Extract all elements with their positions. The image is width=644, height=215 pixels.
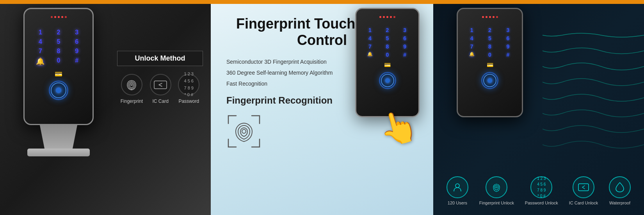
fingerprint-icon-circle: [121, 74, 142, 95]
pwd-unlock-icon-circle: 1 2 34 5 67 8 9* 0 #: [530, 176, 552, 198]
waterproof-icon-circle: [609, 176, 631, 198]
device-stand: [35, 125, 82, 149]
password-icon-circle: 1 2 34 5 67 8 9* 0 #: [178, 74, 199, 95]
key-2: 2: [51, 29, 67, 36]
device-middle-body: 1 2 3 4 5 6 7 8 9 🔔 0 # 💳: [355, 8, 420, 117]
icon-card-unlock: IC Card Unlock: [569, 176, 598, 205]
icon-waterproof: Waterproof: [609, 176, 631, 205]
panel-left: 1 2 3 4 5 6 7 8 9 🔔 0 # 💳: [0, 0, 211, 215]
password-label: Password: [178, 99, 199, 104]
device-keys-middle: 1 2 3 4 5 6 7 8 9 🔔 0 #: [356, 21, 418, 61]
fp-unlock-label: Fingerprint Unlock: [479, 201, 514, 205]
fingerprint-button-left: [49, 81, 68, 100]
key-1: 1: [32, 29, 48, 36]
led-m-2: [383, 16, 385, 18]
card-icon-left: 💳: [55, 70, 62, 78]
svg-rect-1: [154, 81, 167, 89]
unlock-info: Unlock Method: [117, 51, 203, 104]
led-dot-1: [51, 16, 53, 18]
icon-fp-unlock: Fingerprint Unlock: [479, 176, 514, 205]
fingerprint-label: Fingerprint: [121, 99, 143, 104]
ic-card-icon: [153, 79, 167, 90]
card-unlock-label: IC Card Unlock: [569, 201, 598, 205]
led-m-1: [379, 16, 381, 18]
key-9: 9: [69, 48, 85, 55]
key-7: 7: [32, 48, 48, 55]
device-right-body: 1 2 3 4 5 6 7 8 9 🔔 0 # 💳: [457, 8, 523, 117]
device-left: 1 2 3 4 5 6 7 8 9 🔔 0 # 💳: [20, 8, 98, 195]
icon-users: 120 Users: [447, 176, 468, 205]
fp-button-right: [481, 72, 498, 89]
led-dot-3: [58, 16, 60, 18]
fp-button-middle: [379, 72, 396, 89]
waterproof-label: Waterproof: [609, 201, 630, 205]
led-m-3: [386, 16, 388, 18]
keypad-grid-left: 1 2 3 4 5 6 7 8 9 🔔 0 #: [25, 21, 93, 70]
svg-point-0: [131, 84, 132, 86]
led-m-5: [393, 16, 395, 18]
password-icon: 1 2 34 5 67 8 9* 0 #: [184, 71, 193, 98]
key-3: 3: [69, 29, 85, 36]
wave-svg: [543, 16, 644, 180]
led-dot-4: [61, 16, 63, 18]
device-right-container: 1 2 3 4 5 6 7 8 9 🔔 0 # 💳: [457, 8, 523, 117]
key-8: 8: [51, 48, 67, 55]
unlock-methods: Fingerprint IC Card: [117, 74, 203, 104]
unlock-method-box: Unlock Method: [117, 51, 203, 66]
led-dot-2: [54, 16, 56, 18]
waterproof-icon: [615, 182, 624, 193]
device-body-left: 1 2 3 4 5 6 7 8 9 🔔 0 # 💳: [23, 8, 94, 125]
fingerprint-icon: [125, 79, 138, 91]
key-bell: 🔔: [32, 57, 48, 66]
pwd-unlock-icon: 1 2 34 5 67 8 9* 0 #: [537, 176, 546, 199]
unlock-method-title: Unlock Method: [135, 54, 185, 62]
key-5: 5: [51, 38, 67, 45]
method-password: 1 2 34 5 67 8 9* 0 # Password: [178, 74, 199, 104]
svg-point-2: [242, 129, 246, 133]
key-hash: #: [69, 57, 85, 66]
key-6: 6: [69, 38, 85, 45]
card-unlock-icon-circle: [573, 176, 594, 198]
device-middle: 1 2 3 4 5 6 7 8 9 🔔 0 # 💳: [355, 8, 422, 156]
fp-center: [56, 88, 61, 93]
method-fingerprint: Fingerprint: [121, 74, 143, 104]
users-label: 120 Users: [448, 201, 467, 205]
key-4: 4: [32, 38, 48, 45]
card-icon-middle: 💳: [384, 62, 391, 68]
card-unlock-icon: [578, 183, 589, 192]
method-card: IC Card: [150, 74, 171, 104]
led-m-4: [390, 16, 392, 18]
finger-container: 👆: [355, 117, 422, 156]
svg-point-3: [455, 184, 459, 188]
key-0: 0: [51, 57, 67, 66]
banner: 1 2 3 4 5 6 7 8 9 🔔 0 # 💳: [0, 0, 644, 215]
users-icon: [452, 182, 463, 193]
panel-middle: Fingerprint Touch Access Control Semicon…: [211, 0, 433, 215]
svg-rect-5: [578, 184, 589, 191]
top-accent-bar: [0, 0, 644, 4]
icon-pwd-unlock: 1 2 34 5 67 8 9* 0 # Password Unlock: [525, 176, 558, 205]
ic-card-label: IC Card: [153, 99, 169, 104]
fp-unlock-icon-circle: [486, 176, 507, 198]
device-keys-right: 1 2 3 4 5 6 7 8 9 🔔 0 #: [458, 21, 522, 61]
device-base: [27, 149, 90, 156]
led-dot-5: [65, 16, 67, 18]
fp-unlock-icon: [491, 182, 502, 193]
panel-right: 1 2 3 4 5 6 7 8 9 🔔 0 # 💳: [433, 0, 644, 215]
scan-lines-container: [543, 16, 644, 180]
pwd-unlock-label: Password Unlock: [525, 201, 558, 205]
fp-ring: [51, 82, 66, 98]
svg-point-4: [496, 186, 497, 188]
bottom-icons: 120 Users Fingerprint Unlock: [433, 176, 644, 205]
ic-card-icon-circle: [150, 74, 171, 95]
users-icon-circle: [447, 176, 468, 198]
fp-recognition-icon: [226, 114, 262, 149]
